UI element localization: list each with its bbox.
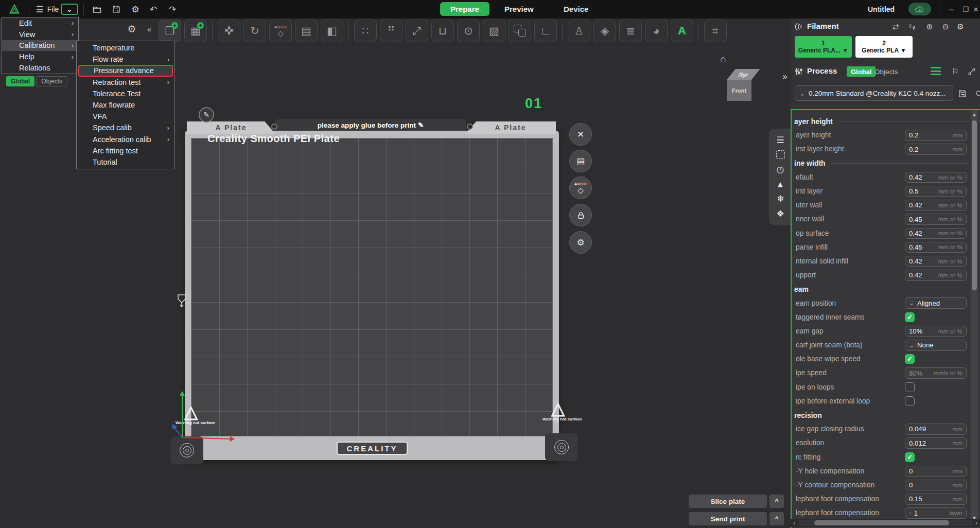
stepper-up-icon[interactable]: ^: [909, 512, 911, 515]
scroll-right-arrow[interactable]: ›: [973, 520, 980, 526]
open-folder-icon[interactable]: [89, 0, 105, 19]
scrollbar-thumb[interactable]: [972, 120, 977, 290]
parameter-list-icon[interactable]: [931, 67, 941, 75]
tab-global[interactable]: Global: [6, 76, 34, 86]
param-input[interactable]: 0.42mm or %: [905, 256, 967, 267]
hamburger-icon[interactable]: ☰: [34, 0, 45, 19]
speed-icon[interactable]: ◷: [777, 165, 784, 174]
param-input[interactable]: 0.5mm or %: [905, 186, 967, 197]
measure-button[interactable]: ∟: [534, 20, 557, 42]
submenu-item-temperature[interactable]: Temperature: [77, 42, 174, 54]
add-plate-button[interactable]: ▦+: [184, 20, 207, 42]
assembly-button[interactable]: ⌗: [704, 20, 727, 42]
tab-device[interactable]: Device: [553, 2, 599, 16]
send-options-caret[interactable]: ^: [769, 512, 784, 525]
panel-settings-gear-icon[interactable]: ⚙: [125, 22, 139, 36]
scrollbar-track[interactable]: [799, 520, 972, 526]
rename-plate-pencil-button[interactable]: ✎: [199, 107, 214, 122]
arrange-button[interactable]: ▤: [295, 20, 318, 42]
submenu-item-pressure-advance[interactable]: Pressure advance: [78, 65, 173, 76]
split-to-objects-button[interactable]: ∷: [354, 20, 377, 42]
param-checkbox[interactable]: ✓: [905, 452, 915, 462]
param-input[interactable]: 0.049mm: [905, 424, 967, 435]
param-checkbox[interactable]: ✓: [905, 312, 915, 322]
param-input[interactable]: ^1layer: [905, 507, 967, 519]
menu-item-help[interactable]: Help›: [2, 51, 78, 62]
view-cube[interactable]: Top Front: [724, 69, 764, 107]
support-icon[interactable]: ▲: [776, 180, 785, 189]
tab-prepare[interactable]: Prepare: [440, 2, 489, 16]
param-input[interactable]: 0.2mm: [905, 144, 967, 155]
process-tab-global[interactable]: Global: [847, 66, 876, 77]
param-input[interactable]: 0.42mm or %: [905, 270, 967, 281]
paint-support-button[interactable]: ♙: [568, 20, 590, 42]
home-view-icon[interactable]: ⌂: [716, 52, 730, 66]
plate-settings-button[interactable]: ⚙: [569, 231, 592, 254]
ironing-button[interactable]: ≣: [619, 20, 642, 42]
redo-icon[interactable]: ↷: [165, 0, 180, 19]
restore-button[interactable]: ❐: [958, 0, 973, 19]
param-input[interactable]: 0.42mm or %: [905, 200, 967, 211]
auto-orient-plate-button[interactable]: AUTO◇: [569, 177, 592, 199]
param-checkbox[interactable]: [905, 396, 915, 406]
cut-button[interactable]: ⊙: [457, 20, 480, 42]
tab-preview[interactable]: Preview: [494, 2, 544, 16]
param-input[interactable]: 0mm: [905, 466, 967, 477]
param-input[interactable]: 0.42mm or %: [905, 172, 967, 183]
auto-orient-button[interactable]: AUTO◇: [269, 20, 292, 42]
plate-list-button[interactable]: ▤: [569, 150, 592, 172]
supports-button[interactable]: ⊔: [431, 20, 454, 42]
param-input[interactable]: 10%mm or %: [905, 326, 967, 337]
send-print-button[interactable]: Send print: [689, 512, 767, 525]
submenu-item-tolerance-test[interactable]: Tolerance Test: [77, 88, 174, 99]
param-input[interactable]: 0.2mm: [905, 130, 967, 141]
param-input[interactable]: 0mm: [905, 480, 967, 491]
filament-settings-gear-icon[interactable]: ⚙: [954, 21, 967, 32]
param-input[interactable]: 0.012mm: [905, 437, 967, 449]
close-button[interactable]: ✕: [972, 0, 980, 19]
slice-plate-button[interactable]: Slice plate: [689, 495, 767, 508]
filament-slot-1[interactable]: 1 Generic PLA... ▼: [795, 36, 852, 58]
filament-sync-icon[interactable]: ⇄: [889, 21, 902, 32]
delete-plate-button[interactable]: ✕: [569, 123, 592, 146]
menu-item-calibration[interactable]: Calibration›: [2, 40, 78, 51]
view-cube-front-face[interactable]: Front: [727, 80, 751, 101]
submenu-item-acceleration-calib[interactable]: Acceleration calib›: [77, 134, 174, 145]
scrollbar-thumb[interactable]: [814, 520, 949, 525]
boolean-button[interactable]: [509, 20, 531, 42]
search-icon[interactable]: [973, 88, 980, 99]
view-cube-top-face[interactable]: Top: [726, 69, 760, 80]
horizontal-scrollbar[interactable]: ‹ ›: [791, 519, 980, 527]
scale-button[interactable]: ⤢: [406, 20, 428, 42]
param-select[interactable]: ⌄Aligned: [905, 297, 967, 309]
add-model-button[interactable]: ❒+: [159, 20, 181, 42]
param-select[interactable]: ⌄None: [905, 340, 967, 351]
scroll-up-arrow[interactable]: ▲: [971, 110, 978, 118]
cooling-icon[interactable]: ❄: [777, 195, 784, 203]
other-icon[interactable]: ❖: [776, 209, 784, 218]
text-button[interactable]: A: [671, 20, 693, 42]
file-menu[interactable]: File: [45, 0, 61, 19]
quality-icon[interactable]: ☰: [776, 136, 784, 145]
settings-gear-icon[interactable]: ⚙: [128, 0, 143, 19]
filament-slot-2[interactable]: 2 Generic PLA ▼: [855, 36, 913, 58]
collapse-panel-icon[interactable]: «: [143, 22, 155, 36]
submenu-item-retraction-test[interactable]: Retraction test›: [77, 77, 174, 88]
param-input[interactable]: 80%mm/s or %: [905, 367, 967, 379]
param-input[interactable]: 0.15mm: [905, 494, 967, 505]
submenu-item-vfa[interactable]: VFA: [77, 111, 174, 122]
submenu-item-flow-rate[interactable]: Flow rate›: [77, 54, 174, 65]
panel-expand-chevron[interactable]: »: [779, 70, 791, 83]
submenu-item-tutorial[interactable]: Tutorial: [77, 156, 174, 168]
rotate-button[interactable]: ↻: [243, 20, 266, 42]
remove-filament-icon[interactable]: ⊖: [939, 21, 952, 32]
vertical-scrollbar[interactable]: ▲ ▼: [971, 110, 978, 522]
param-checkbox[interactable]: ✓: [905, 354, 915, 364]
submenu-item-max-flowrate[interactable]: Max flowrate: [77, 99, 174, 111]
file-dropdown-button[interactable]: ⌄: [61, 4, 78, 15]
save-icon[interactable]: [108, 0, 125, 19]
menu-item-edit[interactable]: Edit›: [2, 17, 78, 29]
param-input[interactable]: 0.45mm or %: [905, 214, 967, 225]
undo-icon[interactable]: ↶: [146, 0, 161, 19]
repair-button[interactable]: ◈: [593, 20, 616, 42]
